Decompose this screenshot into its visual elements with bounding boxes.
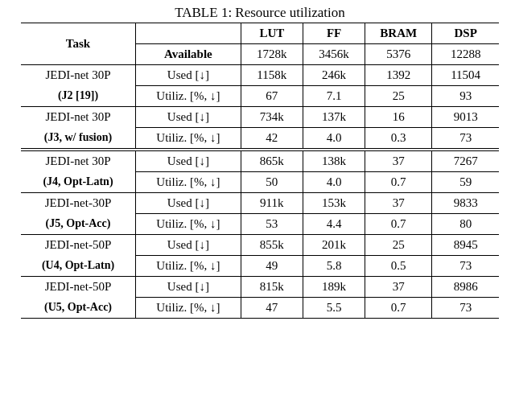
- header-dsp: DSP: [432, 23, 499, 44]
- task-name-1: JEDI-net 30P: [21, 107, 136, 128]
- task-name-0: JEDI-net 30P: [21, 65, 136, 86]
- used-5-2: 37: [365, 277, 432, 298]
- metric-used-0: Used [↓]: [136, 65, 241, 86]
- table-caption: TABLE 1: Resource utilization: [21, 5, 499, 21]
- used-0-2: 1392: [365, 65, 432, 86]
- utiliz-2-3: 59: [432, 172, 499, 193]
- task-header: Task: [21, 23, 136, 65]
- utiliz-2-1: 4.0: [303, 172, 365, 193]
- metric-utiliz-3: Utiliz. [%, ↓]: [136, 214, 241, 235]
- utiliz-5-3: 73: [432, 298, 499, 319]
- used-3-1: 153k: [303, 193, 365, 214]
- used-3-3: 9833: [432, 193, 499, 214]
- resource-table: TaskLUTFFBRAMDSPAvailable1728k3456k53761…: [21, 23, 499, 319]
- used-3-0: 911k: [241, 193, 303, 214]
- utiliz-3-0: 53: [241, 214, 303, 235]
- task-variant-1: (J3, w/ fusion): [21, 128, 136, 149]
- utiliz-2-2: 0.7: [365, 172, 432, 193]
- utiliz-0-2: 25: [365, 86, 432, 107]
- used-2-0: 865k: [241, 151, 303, 172]
- utiliz-0-1: 7.1: [303, 86, 365, 107]
- metric-utiliz-5: Utiliz. [%, ↓]: [136, 298, 241, 319]
- metric-used-1: Used [↓]: [136, 107, 241, 128]
- task-variant-2: (J4, Opt-Latn): [21, 172, 136, 193]
- header-bram: BRAM: [365, 23, 432, 44]
- used-4-1: 201k: [303, 235, 365, 256]
- utiliz-3-1: 4.4: [303, 214, 365, 235]
- utiliz-5-2: 0.7: [365, 298, 432, 319]
- utiliz-1-1: 4.0: [303, 128, 365, 149]
- task-variant-5: (U5, Opt-Acc): [21, 298, 136, 319]
- metric-utiliz-4: Utiliz. [%, ↓]: [136, 256, 241, 277]
- used-1-0: 734k: [241, 107, 303, 128]
- utiliz-5-1: 5.5: [303, 298, 365, 319]
- utiliz-3-2: 0.7: [365, 214, 432, 235]
- used-2-3: 7267: [432, 151, 499, 172]
- utiliz-2-0: 50: [241, 172, 303, 193]
- used-2-1: 138k: [303, 151, 365, 172]
- used-1-2: 16: [365, 107, 432, 128]
- header-ff: FF: [303, 23, 365, 44]
- utiliz-4-1: 5.8: [303, 256, 365, 277]
- utiliz-3-3: 80: [432, 214, 499, 235]
- header-lut: LUT: [241, 23, 303, 44]
- utiliz-4-0: 49: [241, 256, 303, 277]
- metric-utiliz-2: Utiliz. [%, ↓]: [136, 172, 241, 193]
- used-5-0: 815k: [241, 277, 303, 298]
- used-1-1: 137k: [303, 107, 365, 128]
- metric-used-5: Used [↓]: [136, 277, 241, 298]
- used-1-3: 9013: [432, 107, 499, 128]
- available-ff: 3456k: [303, 44, 365, 65]
- utiliz-5-0: 47: [241, 298, 303, 319]
- used-0-3: 11504: [432, 65, 499, 86]
- used-0-0: 1158k: [241, 65, 303, 86]
- metric-used-2: Used [↓]: [136, 151, 241, 172]
- utiliz-0-3: 93: [432, 86, 499, 107]
- available-bram: 5376: [365, 44, 432, 65]
- used-5-1: 189k: [303, 277, 365, 298]
- utiliz-1-0: 42: [241, 128, 303, 149]
- task-name-2: JEDI-net 30P: [21, 151, 136, 172]
- utiliz-4-3: 73: [432, 256, 499, 277]
- metric-utiliz-1: Utiliz. [%, ↓]: [136, 128, 241, 149]
- utiliz-1-2: 0.3: [365, 128, 432, 149]
- header-blank: [136, 23, 241, 44]
- metric-used-4: Used [↓]: [136, 235, 241, 256]
- utiliz-0-0: 67: [241, 86, 303, 107]
- available-dsp: 12288: [432, 44, 499, 65]
- used-2-2: 37: [365, 151, 432, 172]
- task-name-3: JEDI-net-30P: [21, 193, 136, 214]
- task-variant-4: (U4, Opt-Latn): [21, 256, 136, 277]
- task-name-4: JEDI-net-50P: [21, 235, 136, 256]
- available-label: Available: [136, 44, 241, 65]
- used-4-3: 8945: [432, 235, 499, 256]
- task-variant-3: (J5, Opt-Acc): [21, 214, 136, 235]
- utiliz-4-2: 0.5: [365, 256, 432, 277]
- task-header-label: Task: [66, 37, 90, 50]
- utiliz-1-3: 73: [432, 128, 499, 149]
- used-4-0: 855k: [241, 235, 303, 256]
- metric-used-3: Used [↓]: [136, 193, 241, 214]
- task-name-5: JEDI-net-50P: [21, 277, 136, 298]
- metric-utiliz-0: Utiliz. [%, ↓]: [136, 86, 241, 107]
- available-lut: 1728k: [241, 44, 303, 65]
- used-4-2: 25: [365, 235, 432, 256]
- task-variant-0: (J2 [19]): [21, 86, 136, 107]
- used-0-1: 246k: [303, 65, 365, 86]
- used-3-2: 37: [365, 193, 432, 214]
- used-5-3: 8986: [432, 277, 499, 298]
